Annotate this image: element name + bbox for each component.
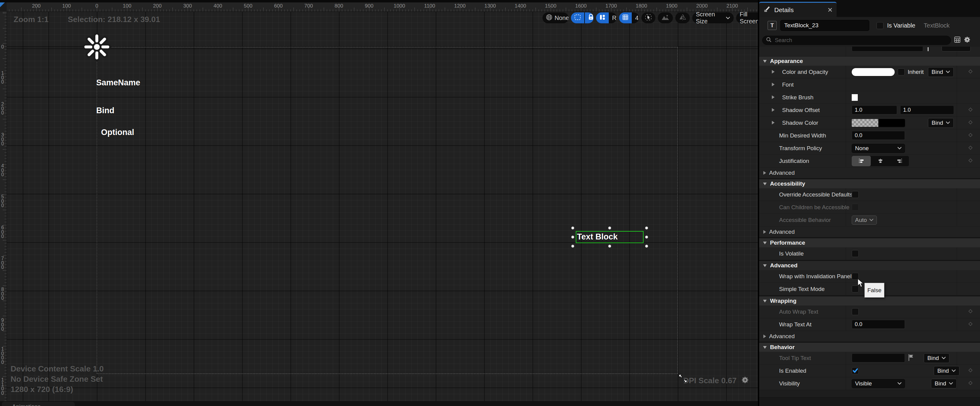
visibility-dropdown[interactable]: Visible [852,379,905,388]
reset-to-default-icon[interactable] [968,321,973,328]
grid-snap-group: 4 [619,13,639,23]
shadow-offset-x-input[interactable] [852,106,897,115]
shadow-color-bind-button[interactable]: Bind [928,118,954,128]
expander-icon[interactable] [772,82,775,88]
inherit-checkbox[interactable] [898,68,905,75]
reset-to-default-icon[interactable] [968,69,973,75]
justify-center-button[interactable] [871,156,890,166]
reset-to-default-icon[interactable] [968,107,973,113]
h-ruler-label: 1900 [666,3,678,9]
expander-icon[interactable] [772,69,775,75]
search-input[interactable] [774,37,947,44]
flip-preview-button[interactable] [675,13,690,23]
detail-settings-gear-icon[interactable] [964,36,971,45]
resize-handle-w[interactable] [571,235,575,239]
screen-size-dropdown[interactable]: Screen Size [692,13,734,23]
animations-panel-tab[interactable]: Animations [2,402,75,406]
shadow-color-swatch[interactable] [852,119,905,127]
reset-to-default-icon[interactable] [968,158,973,164]
expander-icon[interactable] [772,107,775,113]
h-ruler-label: 100 [62,3,71,9]
text-widget-bind[interactable]: Bind [96,106,115,115]
tool-tip-text-input[interactable] [852,354,905,362]
row-wrap-with-invalidation-panel: Wrap with Invalidation Panel [759,270,980,283]
widget-alignment-button[interactable] [596,13,609,23]
justify-left-button[interactable] [852,156,871,166]
marquee-select-button[interactable] [571,13,584,23]
resize-handle-se[interactable] [645,244,649,248]
shadow-offset-y-input[interactable] [900,106,954,115]
auto-wrap-text-checkbox[interactable] [852,308,859,315]
transform-policy-dropdown[interactable]: None [852,144,905,153]
expander-icon [764,230,766,234]
reset-to-default-icon[interactable] [968,309,973,315]
expander-icon[interactable] [772,95,775,100]
throbber-widget[interactable] [82,32,111,63]
resize-handle-n[interactable] [608,226,612,230]
appearance-advanced-row[interactable]: Advanced [759,167,980,178]
strike-brush-swatch[interactable] [852,94,858,101]
widget-name-input[interactable] [780,20,869,31]
preview-background-button[interactable] [658,13,673,23]
localization-flag-icon[interactable] [908,354,914,362]
text-widget-textblock[interactable]: Text Block [577,232,618,242]
resize-handle-ne[interactable] [645,226,649,230]
details-tab[interactable]: Details [759,2,837,17]
resize-handle-e[interactable] [645,235,649,239]
section-title: Behavior [770,344,794,350]
property-matrix-icon[interactable] [954,36,961,44]
is-enabled-checkbox[interactable] [852,367,859,374]
localization-preview-button[interactable]: None [542,13,568,23]
min-desired-width-input[interactable] [852,131,905,140]
respect-locks-button[interactable]: R [609,13,617,23]
section-title: Advanced [770,262,797,269]
localization-label: None [555,14,568,21]
dpi-settings-gear-icon[interactable] [741,376,749,385]
is-volatile-checkbox[interactable] [852,250,859,257]
resolution-label: 1280 x 720 (16:9) [11,385,73,394]
text-widget-samename[interactable]: SameName [96,78,140,88]
section-wrapping[interactable]: Wrapping [759,296,980,306]
wrap-text-at-input[interactable] [852,320,905,329]
expander-icon[interactable] [772,120,775,126]
color-bind-button[interactable]: Bind [928,67,954,77]
row-accessible-behavior: Accessible Behavior Auto [759,214,980,226]
reset-to-default-icon[interactable] [968,145,973,151]
reset-to-default-icon[interactable] [968,380,973,387]
accessible-behavior-dropdown[interactable]: Auto [852,216,877,224]
dpi-scale-label: DPI Scale 0.67 [683,376,737,385]
section-performance[interactable]: Performance [759,238,980,247]
color-and-opacity-swatch[interactable] [852,68,895,76]
is-enabled-bind-button[interactable]: Bind [934,366,959,376]
accessibility-advanced-row[interactable]: Advanced [759,226,980,237]
search-box[interactable] [762,36,951,45]
property-label: Shadow Offset [782,107,819,113]
can-children-accessible-checkbox[interactable] [852,204,859,211]
text-widget-optional[interactable]: Optional [101,128,134,137]
resize-handle-s[interactable] [608,244,612,248]
design-area-outline [97,47,678,374]
section-accessibility[interactable]: Accessibility [759,179,980,188]
wrapping-advanced-row[interactable]: Advanced [759,331,980,342]
grid-snap-button[interactable] [619,13,632,23]
reset-to-default-icon[interactable] [968,119,973,126]
grid-snap-size-label[interactable]: 4 [632,13,639,23]
tooltip-bind-button[interactable]: Bind [924,353,950,363]
section-behavior[interactable]: Behavior [759,343,980,352]
is-variable-checkbox[interactable] [877,22,883,29]
resize-handle-sw[interactable] [571,244,575,248]
section-appearance[interactable]: Appearance [759,57,980,66]
lock-widgets-button[interactable] [585,13,593,23]
section-expanded-icon [763,346,767,349]
close-icon[interactable] [828,6,832,14]
section-advanced[interactable]: Advanced [759,261,980,270]
select-dragged-widget-button[interactable] [641,13,655,23]
reset-to-default-icon[interactable] [968,132,973,139]
justify-right-button[interactable] [890,156,909,166]
resize-handle-nw[interactable] [571,226,575,230]
selected-widget-outline[interactable]: Text Block [576,231,644,243]
override-accessible-defaults-checkbox[interactable] [852,191,859,198]
localization-group[interactable]: None [542,13,568,23]
visibility-bind-button[interactable]: Bind [931,379,957,388]
reset-to-default-icon[interactable] [968,368,973,374]
